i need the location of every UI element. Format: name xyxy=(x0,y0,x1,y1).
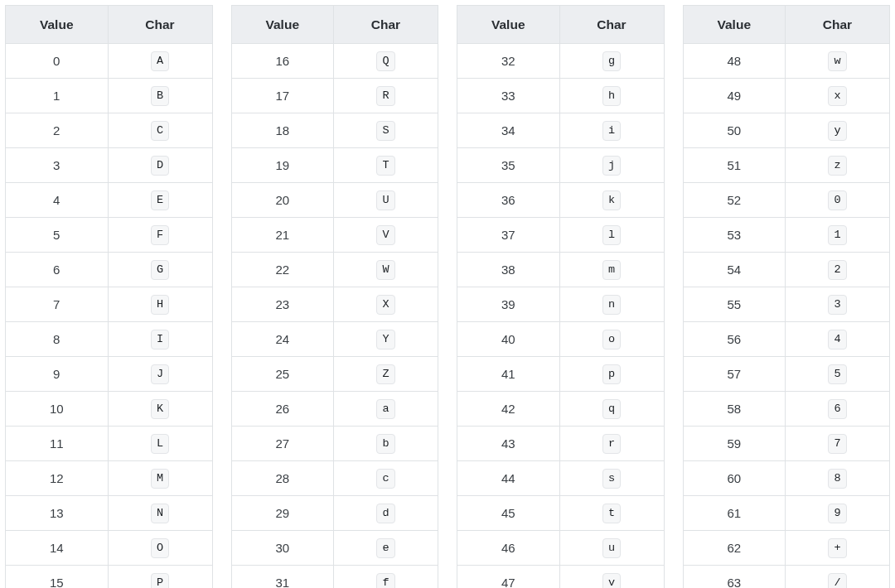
value-cell: 5 xyxy=(6,218,109,253)
char-cell: d xyxy=(334,496,438,531)
table-row: 4E xyxy=(6,183,213,218)
value-cell: 31 xyxy=(231,566,334,589)
value-cell: 32 xyxy=(457,44,560,79)
char-cell: v xyxy=(559,566,664,589)
char-box: 8 xyxy=(828,469,846,489)
value-cell: 38 xyxy=(457,253,560,287)
value-cell: 59 xyxy=(683,427,786,461)
header-value: Value xyxy=(683,6,786,44)
char-cell: 9 xyxy=(786,496,890,531)
char-cell: / xyxy=(786,566,890,589)
char-box: 5 xyxy=(828,364,846,384)
char-cell: 2 xyxy=(786,253,890,287)
value-cell: 10 xyxy=(6,392,109,427)
char-box: J xyxy=(151,364,169,384)
value-cell: 21 xyxy=(231,218,334,253)
char-box: Q xyxy=(376,51,394,71)
value-cell: 45 xyxy=(457,496,560,531)
value-cell: 49 xyxy=(683,79,786,113)
char-box: q xyxy=(602,399,621,419)
char-box: / xyxy=(828,573,846,589)
table-row: 575 xyxy=(683,357,890,392)
table-row: 48w xyxy=(683,44,890,79)
char-cell: J xyxy=(108,357,212,392)
char-box: h xyxy=(602,86,621,106)
table-row: 608 xyxy=(683,461,890,496)
table-row: 542 xyxy=(683,253,890,287)
table-row: 46u xyxy=(457,531,665,566)
value-cell: 46 xyxy=(457,531,560,566)
char-cell: N xyxy=(108,496,212,531)
table-row: 63/ xyxy=(683,566,890,589)
char-cell: 5 xyxy=(786,357,890,392)
value-cell: 39 xyxy=(457,287,560,322)
char-cell: 3 xyxy=(786,287,890,322)
char-box: G xyxy=(151,260,169,280)
char-cell: 4 xyxy=(786,322,890,357)
value-cell: 11 xyxy=(6,427,109,461)
char-cell: i xyxy=(559,113,664,148)
char-cell: Z xyxy=(334,357,438,392)
encoding-table-1: Value Char 16Q 17R 18S 19T 20U 21V 22W 2… xyxy=(231,5,439,588)
value-cell: 41 xyxy=(457,357,560,392)
char-box: 2 xyxy=(828,260,846,280)
table-row: 619 xyxy=(683,496,890,531)
char-box: y xyxy=(828,121,846,141)
value-cell: 14 xyxy=(6,531,109,566)
value-cell: 37 xyxy=(457,218,560,253)
header-char: Char xyxy=(559,6,664,44)
char-box: r xyxy=(602,434,621,454)
char-cell: k xyxy=(559,183,664,218)
char-box: L xyxy=(151,434,169,454)
value-cell: 48 xyxy=(683,44,786,79)
table-row: 22W xyxy=(231,253,438,287)
char-box: C xyxy=(151,121,169,141)
value-cell: 51 xyxy=(683,148,786,183)
char-cell: t xyxy=(559,496,664,531)
table-row: 62+ xyxy=(683,531,890,566)
table-row: 21V xyxy=(231,218,438,253)
char-box: u xyxy=(602,538,621,558)
char-box: s xyxy=(602,469,621,489)
table-row: 11L xyxy=(6,427,213,461)
value-cell: 22 xyxy=(231,253,334,287)
table-row: 553 xyxy=(683,287,890,322)
table-row: 10K xyxy=(6,392,213,427)
table-row: 531 xyxy=(683,218,890,253)
char-box: D xyxy=(151,156,169,176)
value-cell: 19 xyxy=(231,148,334,183)
char-cell: b xyxy=(334,427,438,461)
char-box: v xyxy=(602,573,621,589)
value-cell: 6 xyxy=(6,253,109,287)
char-box: x xyxy=(828,86,846,106)
table-row: 30e xyxy=(231,531,438,566)
char-cell: K xyxy=(108,392,212,427)
table-row: 23X xyxy=(231,287,438,322)
table-row: 38m xyxy=(457,253,665,287)
char-box: U xyxy=(376,190,394,210)
table-row: 20U xyxy=(231,183,438,218)
value-cell: 34 xyxy=(457,113,560,148)
char-cell: H xyxy=(108,287,212,322)
char-cell: V xyxy=(334,218,438,253)
table-row: 33h xyxy=(457,79,665,113)
value-cell: 15 xyxy=(6,566,109,589)
value-cell: 24 xyxy=(231,322,334,357)
value-cell: 40 xyxy=(457,322,560,357)
table-row: 19T xyxy=(231,148,438,183)
value-cell: 60 xyxy=(683,461,786,496)
char-cell: P xyxy=(108,566,212,589)
table-row: 35j xyxy=(457,148,665,183)
char-cell: w xyxy=(786,44,890,79)
header-char: Char xyxy=(786,6,890,44)
table-row: 26a xyxy=(231,392,438,427)
char-box: + xyxy=(828,538,846,558)
value-cell: 44 xyxy=(457,461,560,496)
char-cell: F xyxy=(108,218,212,253)
table-row: 40o xyxy=(457,322,665,357)
table-row: 597 xyxy=(683,427,890,461)
value-cell: 7 xyxy=(6,287,109,322)
char-cell: h xyxy=(559,79,664,113)
char-cell: 1 xyxy=(786,218,890,253)
char-box: i xyxy=(602,121,621,141)
